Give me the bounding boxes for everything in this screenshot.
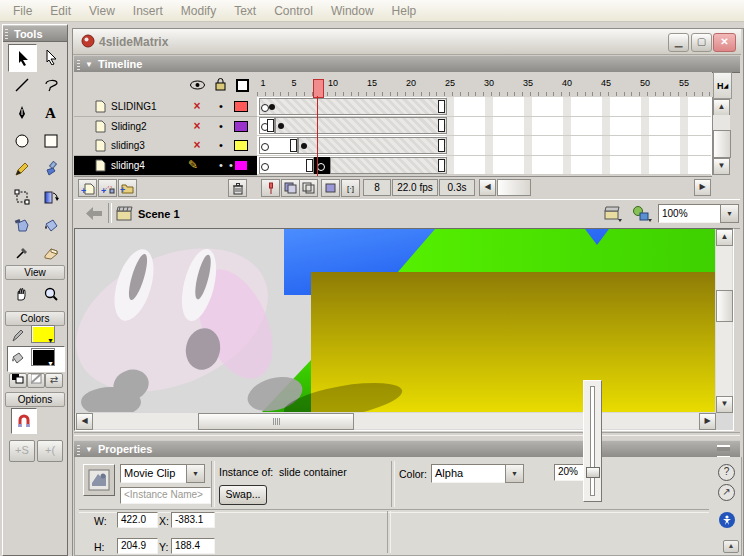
frame-view-menu-button[interactable]: H◢ <box>713 72 732 99</box>
alpha-slider-thumb[interactable] <box>586 467 600 478</box>
hand-tool-button[interactable] <box>8 281 35 307</box>
swap-button[interactable]: Swap... <box>219 485 267 505</box>
delete-layer-button[interactable] <box>228 179 247 197</box>
center-frame-button[interactable] <box>261 179 280 197</box>
zoom-tool-button[interactable] <box>37 281 64 307</box>
document-title-bar[interactable]: 4slideMatrix <box>73 29 741 55</box>
menu-text[interactable]: Text <box>225 1 265 21</box>
default-colors-button[interactable] <box>9 373 27 388</box>
text-tool-button[interactable]: A <box>37 100 64 126</box>
ink-bottle-tool-button[interactable] <box>8 212 35 238</box>
frame-span[interactable] <box>275 117 447 134</box>
edit-multiple-frames-button[interactable] <box>321 179 340 197</box>
span-end-marker[interactable] <box>306 159 313 172</box>
height-field[interactable]: 204.9 <box>117 538 158 554</box>
layer-lock-dot[interactable]: • <box>214 98 228 115</box>
menu-view[interactable]: View <box>80 1 124 21</box>
frame-span[interactable] <box>298 137 447 154</box>
layer-row-sliding3[interactable]: sliding3 × • <box>74 136 257 156</box>
keyframe-marker[interactable] <box>269 104 275 110</box>
empty-keyframe-marker[interactable] <box>261 163 269 171</box>
frame-span[interactable] <box>330 157 447 174</box>
menu-file[interactable]: File <box>4 1 41 21</box>
selected-keyframe-marker[interactable] <box>317 163 325 171</box>
show-hide-eye-icon[interactable] <box>190 80 205 90</box>
x-field[interactable]: -383.1 <box>171 512 215 528</box>
zoom-dropdown-button[interactable]: ▼ <box>720 204 739 223</box>
tools-panel-header[interactable]: Tools <box>3 25 67 42</box>
instance-name-input[interactable]: <Instance Name> <box>120 487 211 504</box>
stage-hscroll-track[interactable] <box>75 413 715 429</box>
snap-to-objects-button[interactable] <box>11 408 37 434</box>
stage-vscroll-thumb[interactable] <box>716 290 733 322</box>
frame-span[interactable] <box>259 98 447 115</box>
alpha-slider-popup[interactable] <box>583 380 602 502</box>
edit-symbols-icon[interactable] <box>632 205 653 222</box>
frame-rate-field[interactable]: 22.0 fps <box>392 179 438 196</box>
menu-help[interactable]: Help <box>383 1 426 21</box>
timeline-panel-header[interactable]: ▼ Timeline <box>74 55 740 73</box>
fill-color-swatch[interactable]: ▼ <box>31 348 55 366</box>
layer-lock-dot[interactable]: • <box>214 137 228 154</box>
menu-insert[interactable]: Insert <box>124 1 172 21</box>
layer-hidden-x-icon[interactable]: × <box>190 118 204 135</box>
accessibility-icon[interactable] <box>719 512 735 528</box>
properties-panel-header[interactable]: ▼ Properties <box>74 440 740 458</box>
close-button[interactable]: ✕ <box>713 33 736 52</box>
expand-arrow-icon[interactable]: ↗ <box>718 484 735 501</box>
timeline-vscroll-down-arrow[interactable]: ▼ <box>713 158 730 175</box>
pen-tool-button[interactable] <box>8 100 35 126</box>
eraser-tool-button[interactable] <box>37 240 64 266</box>
fill-transform-tool-button[interactable] <box>37 184 64 210</box>
behavior-dropdown-button[interactable]: ▼ <box>186 464 205 483</box>
scene-name[interactable]: Scene 1 <box>138 208 180 220</box>
color-effect-dropdown-value[interactable]: Alpha <box>431 464 511 483</box>
stage-hscroll-left-arrow[interactable]: ◀ <box>76 413 93 430</box>
eyedropper-tool-button[interactable] <box>8 240 35 266</box>
color-effect-dropdown-button[interactable]: ▼ <box>505 464 524 483</box>
pencil-tool-button[interactable] <box>8 156 35 182</box>
zoom-level-field[interactable]: 100% <box>658 204 724 223</box>
layer-outline-color-swatch[interactable] <box>234 160 248 171</box>
add-motion-guide-button[interactable]: + <box>98 179 117 197</box>
keyframe-marker[interactable] <box>301 143 307 149</box>
span-end-marker[interactable] <box>290 139 297 152</box>
lasso-tool-button[interactable] <box>37 72 64 98</box>
span-end-marker[interactable] <box>438 159 445 172</box>
maximize-button[interactable]: ▢ <box>691 33 712 52</box>
layer-row-sliding4-selected[interactable]: sliding4 ✎ • • <box>74 156 257 176</box>
timeline-scroll-left-arrow[interactable]: ◀ <box>479 179 496 196</box>
menu-window[interactable]: Window <box>322 1 383 21</box>
timeline-ruler[interactable]: 1 5 10 15 20 25 30 35 40 45 50 55 <box>257 72 712 98</box>
oval-tool-button[interactable] <box>8 128 35 154</box>
layer-hidden-x-icon[interactable]: × <box>190 137 204 154</box>
stage-canvas[interactable] <box>75 229 715 412</box>
layer-outline-color-swatch[interactable] <box>234 121 248 132</box>
lock-icon[interactable] <box>215 78 226 91</box>
behavior-dropdown-value[interactable]: Movie Clip <box>120 464 192 483</box>
edit-scene-icon[interactable] <box>604 206 623 222</box>
width-field[interactable]: 422.0 <box>117 512 158 528</box>
smooth-button[interactable]: +S <box>9 440 35 462</box>
layer-outline-color-swatch[interactable] <box>234 101 248 112</box>
modify-onion-markers-button[interactable]: [·] <box>341 179 360 197</box>
timeline-vscroll-thumb[interactable] <box>713 130 731 158</box>
stage-hscroll-thumb[interactable] <box>198 413 354 430</box>
current-frame-field[interactable]: 8 <box>363 179 391 196</box>
empty-keyframe-marker[interactable] <box>261 104 269 112</box>
y-field[interactable]: 188.4 <box>171 538 215 554</box>
span-end-marker[interactable] <box>438 100 445 113</box>
timeline-scroll-right-arrow[interactable]: ▶ <box>694 179 711 196</box>
layer-hidden-x-icon[interactable]: × <box>190 98 204 115</box>
layer-row-sliding1[interactable]: SLIDING1 × • <box>74 97 257 117</box>
onion-skin-button[interactable] <box>281 179 300 197</box>
help-icon[interactable]: ? <box>718 464 735 481</box>
outline-view-icon[interactable] <box>236 79 249 92</box>
line-tool-button[interactable] <box>8 72 35 98</box>
elapsed-time-field[interactable]: 0.3s <box>439 179 475 196</box>
back-arrow-icon[interactable] <box>86 207 102 220</box>
menu-control[interactable]: Control <box>265 1 322 21</box>
straighten-button[interactable]: +( <box>37 440 63 462</box>
swap-colors-button[interactable]: ⇄ <box>45 373 63 388</box>
free-transform-tool-button[interactable] <box>8 184 35 210</box>
